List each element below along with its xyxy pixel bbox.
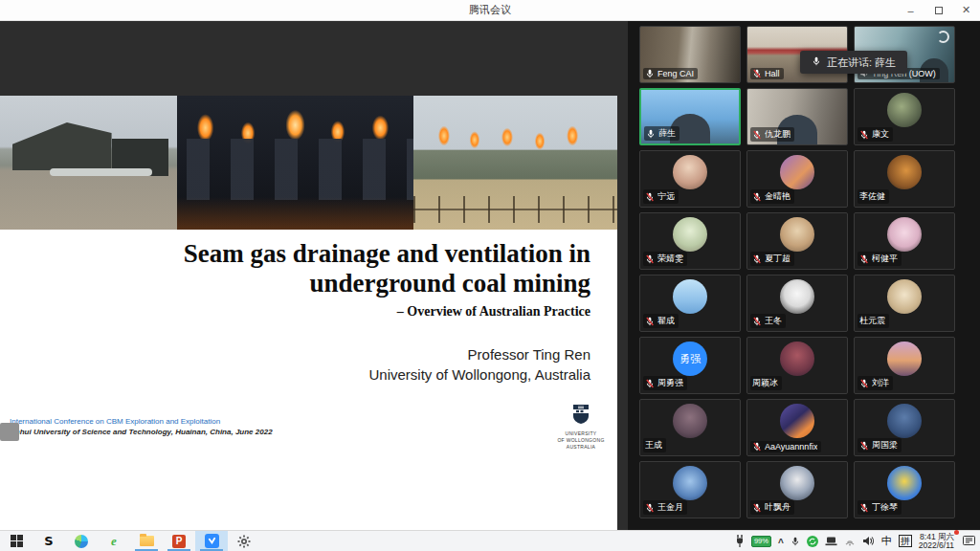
speaking-toast-text: 正在讲话: 薛生 [827, 55, 896, 70]
tray-item-hidden-icons-chevron[interactable]: ^ [778, 536, 784, 546]
projector-icon [825, 537, 837, 546]
avatar [673, 279, 707, 314]
slide-text-block: Seam gas drainage and ventilation in und… [0, 239, 617, 385]
participant-tile[interactable]: 周国梁 [854, 399, 955, 456]
participant-nameplate: 王冬 [750, 314, 786, 328]
participant-name: 金晴艳 [765, 190, 791, 203]
toast-mic-icon [812, 56, 821, 68]
slide-title-line1: Seam gas drainage and ventilation in [0, 239, 590, 269]
participant-nameplate: 金晴艳 [750, 189, 794, 204]
ime-pinyin-indicator: 拼 [899, 535, 912, 547]
tray-item-microphone[interactable] [791, 537, 800, 546]
maximize-icon[interactable] [924, 0, 952, 20]
participant-nameplate: 丁徐琴 [858, 500, 902, 515]
participant-tile[interactable]: 夏丁超 [746, 212, 848, 270]
avatar [780, 404, 814, 438]
taskbar-button-tencent-meeting[interactable] [195, 531, 228, 551]
uow-logo-line2: OF WOLLONGONG [550, 437, 612, 444]
participant-nameplate: Hall [750, 68, 784, 79]
participant-nameplate: 仇龙鹏 [750, 127, 794, 142]
participant-tile[interactable]: Feng CAI [639, 26, 741, 83]
participant-tile[interactable]: 李佐健 [854, 150, 955, 208]
tray-item-ime-cn[interactable]: 中 [881, 534, 892, 548]
notification-dot [954, 530, 959, 535]
participant-tile[interactable]: 丁徐琴 [854, 461, 955, 518]
tray-item-green-sync[interactable] [807, 536, 818, 547]
tray-item-projector[interactable] [825, 537, 837, 546]
mic-muted-icon [859, 379, 869, 388]
tray-item-clock[interactable]: 8:41 周六2022/6/11 [919, 533, 956, 550]
participant-tile[interactable]: 翟成 [639, 275, 741, 332]
tray-item-battery[interactable]: 99% [751, 536, 771, 547]
window-controls: – ✕ [897, 0, 980, 20]
tencent-meeting-icon [205, 534, 219, 548]
participant-name: 翟成 [657, 315, 675, 327]
mic-muted-icon [752, 442, 762, 452]
participant-tile[interactable]: 柯健平 [854, 212, 955, 270]
participant-tile[interactable]: 康文 [854, 88, 955, 145]
mic-muted-icon [859, 254, 869, 264]
mic-muted-icon [859, 130, 869, 140]
participant-tile[interactable]: 荣婧雯 [639, 212, 741, 270]
avatar [780, 342, 814, 376]
tray-item-speaker[interactable] [862, 536, 875, 546]
participant-name: 夏丁超 [765, 253, 791, 265]
edge-browser-icon [75, 535, 88, 548]
participant-tile[interactable]: 刘洋 [854, 337, 955, 394]
speaking-toast: 正在讲话: 薛生 [800, 51, 907, 74]
plant-pipe-shape [50, 168, 152, 176]
taskbar-button-edge-browser[interactable] [65, 531, 98, 551]
participant-tile[interactable]: 王成 [639, 399, 741, 456]
flare-glow-shape [177, 197, 413, 230]
window-title: 腾讯会议 [0, 0, 980, 20]
minimize-icon[interactable]: – [897, 0, 924, 20]
close-icon[interactable]: ✕ [952, 0, 980, 20]
participant-tile[interactable]: 叶飘舟 [746, 461, 848, 518]
mic-muted-icon [752, 130, 762, 140]
taskbar-button-swirl-browser[interactable]: S [33, 531, 65, 551]
participant-name: 王成 [645, 439, 662, 452]
avatar [673, 217, 707, 252]
avatar [887, 93, 922, 127]
hidden-icons-chevron-icon: ^ [778, 538, 784, 548]
tray-clock: 8:41 周六2022/6/11 [919, 533, 956, 550]
participant-nameplate: 薛生 [644, 126, 679, 141]
mic-muted-icon [752, 69, 762, 78]
taskbar-button-powerpoint[interactable]: P [163, 531, 195, 551]
taskbar-button-internet-explorer[interactable]: e [98, 531, 130, 551]
avatar [887, 342, 922, 376]
mic-on-icon [646, 129, 656, 139]
taskbar-button-start[interactable] [0, 531, 33, 551]
participant-tile[interactable]: 周颖冰 [746, 337, 848, 394]
power-plug-icon [735, 535, 745, 547]
tray-item-ime-pinyin[interactable]: 拼 [899, 535, 912, 547]
screen-share-area: Seam gas drainage and ventilation in und… [0, 21, 628, 530]
participant-tile[interactable]: 王金月 [639, 461, 741, 518]
conference-host: Anhui University of Science and Technolo… [10, 428, 273, 438]
participant-tile[interactable]: 王冬 [746, 275, 848, 332]
participant-tile[interactable]: 杜元震 [854, 275, 955, 332]
battery-indicator: 99% [751, 536, 771, 547]
initials-avatar: 勇强 [673, 342, 707, 376]
participant-tile[interactable]: 薛生 [639, 88, 741, 145]
participant-tile[interactable]: 金晴艳 [746, 150, 848, 208]
participant-tile[interactable]: 宁远 [639, 150, 741, 208]
taskbar-button-file-explorer[interactable] [130, 531, 163, 551]
taskbar-button-settings[interactable] [228, 531, 260, 551]
taskbar: SeP 99%^中拼8:41 周六2022/6/11 [0, 530, 980, 551]
tray-item-signal[interactable] [844, 537, 856, 546]
participant-tile[interactable]: 勇强周勇强 [639, 337, 741, 394]
participants-grid: Feng CAIHallTing Ren (UOW)薛生仇龙鹏康文宁远金晴艳李佐… [628, 21, 980, 530]
night-flare-towers-photo [177, 96, 413, 230]
participant-name: 荣婧雯 [657, 253, 683, 265]
meeting-window: 腾讯会议 – ✕ [0, 0, 980, 551]
mic-muted-icon [645, 317, 655, 326]
tray-item-power-plug[interactable] [735, 535, 745, 547]
participant-name: 叶飘舟 [765, 501, 791, 514]
tray-item-action-center[interactable] [963, 536, 975, 547]
participant-tile[interactable]: 仇龙鹏 [746, 88, 848, 145]
action-center-icon [963, 536, 975, 547]
participant-tile[interactable]: AaAyuannnfix [746, 399, 848, 456]
participant-nameplate: 李佐健 [858, 189, 889, 204]
flare-towers-shape [177, 139, 413, 200]
